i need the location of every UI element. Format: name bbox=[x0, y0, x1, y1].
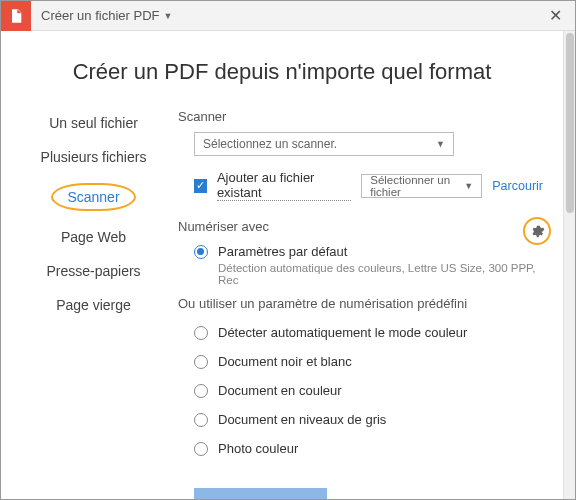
chevron-down-icon: ▼ bbox=[436, 139, 445, 149]
file-select[interactable]: Sélectionner un fichier ▼ bbox=[361, 174, 482, 198]
append-checkbox-label: Ajouter au fichier existant bbox=[217, 170, 351, 201]
browse-link[interactable]: Parcourir bbox=[492, 179, 543, 193]
preset-section-label: Ou utiliser un paramètre de numérisation… bbox=[178, 296, 543, 311]
radio-label: Document en couleur bbox=[218, 383, 342, 398]
dropdown-caret-icon: ▼ bbox=[163, 11, 172, 21]
scanner-select-value: Sélectionnez un scanner. bbox=[203, 137, 337, 151]
scrollbar-thumb[interactable] bbox=[566, 33, 574, 213]
radio-preset-grayscale[interactable]: Document en niveaux de gris bbox=[194, 412, 543, 427]
radio-sublabel: Détection automatique des couleurs, Lett… bbox=[218, 262, 543, 286]
window-title[interactable]: Créer un fichier PDF ▼ bbox=[31, 8, 172, 23]
gear-icon bbox=[530, 224, 545, 239]
radio-preset-color-photo[interactable]: Photo couleur bbox=[194, 441, 543, 456]
app-icon bbox=[1, 1, 31, 31]
chevron-down-icon: ▼ bbox=[464, 181, 473, 191]
radio-preset-color-doc[interactable]: Document en couleur bbox=[194, 383, 543, 398]
sidebar-item-blank-page[interactable]: Page vierge bbox=[21, 297, 166, 313]
settings-button[interactable] bbox=[523, 217, 551, 245]
scanner-section-label: Scanner bbox=[178, 109, 543, 124]
radio-label: Document noir et blanc bbox=[218, 354, 352, 369]
radio-input[interactable] bbox=[194, 384, 208, 398]
scrollbar-track[interactable] bbox=[563, 31, 575, 500]
scan-with-label: Numériser avec bbox=[178, 219, 543, 234]
radio-label: Photo couleur bbox=[218, 441, 298, 456]
radio-label: Détecter automatiquement le mode couleur bbox=[218, 325, 467, 340]
radio-input[interactable] bbox=[194, 326, 208, 340]
append-row: ✓ Ajouter au fichier existant Sélectionn… bbox=[194, 170, 543, 201]
sidebar-item-single-file[interactable]: Un seul fichier bbox=[21, 115, 166, 131]
sidebar-item-web-page[interactable]: Page Web bbox=[21, 229, 166, 245]
append-checkbox[interactable]: ✓ bbox=[194, 179, 207, 193]
radio-input[interactable] bbox=[194, 355, 208, 369]
window-title-text: Créer un fichier PDF bbox=[41, 8, 159, 23]
radio-preset-auto-color[interactable]: Détecter automatiquement le mode couleur bbox=[194, 325, 543, 340]
page-header: Créer un PDF depuis n'importe quel forma… bbox=[1, 31, 563, 109]
scanner-select[interactable]: Sélectionnez un scanner. ▼ bbox=[194, 132, 454, 156]
scan-with-section: Numériser avec Paramètres par défaut Dét… bbox=[178, 219, 543, 286]
radio-default-settings[interactable]: Paramètres par défaut Détection automati… bbox=[194, 244, 543, 286]
radio-input[interactable] bbox=[194, 442, 208, 456]
sidebar-item-scanner[interactable]: Scanner bbox=[51, 183, 135, 211]
main: Un seul fichier Plusieurs fichiers Scann… bbox=[1, 109, 563, 500]
sidebar-item-multiple-files[interactable]: Plusieurs fichiers bbox=[21, 149, 166, 165]
radio-input[interactable] bbox=[194, 245, 208, 259]
radio-label: Paramètres par défaut bbox=[218, 244, 543, 259]
preset-list: Détecter automatiquement le mode couleur… bbox=[178, 325, 543, 456]
sidebar-item-clipboard[interactable]: Presse-papiers bbox=[21, 263, 166, 279]
radio-input[interactable] bbox=[194, 413, 208, 427]
close-button[interactable]: ✕ bbox=[535, 1, 575, 31]
file-select-value: Sélectionner un fichier bbox=[370, 174, 464, 198]
titlebar: Créer un fichier PDF ▼ ✕ bbox=[1, 1, 575, 31]
scan-button[interactable]: Numériser bbox=[194, 488, 327, 500]
radio-label: Document en niveaux de gris bbox=[218, 412, 386, 427]
sidebar: Un seul fichier Plusieurs fichiers Scann… bbox=[21, 109, 166, 500]
radio-preset-bw[interactable]: Document noir et blanc bbox=[194, 354, 543, 369]
scroll-area: Créer un PDF depuis n'importe quel forma… bbox=[1, 31, 563, 500]
content: Créer un PDF depuis n'importe quel forma… bbox=[1, 31, 575, 500]
panel-scanner: Scanner Sélectionnez un scanner. ▼ ✓ Ajo… bbox=[166, 109, 543, 500]
